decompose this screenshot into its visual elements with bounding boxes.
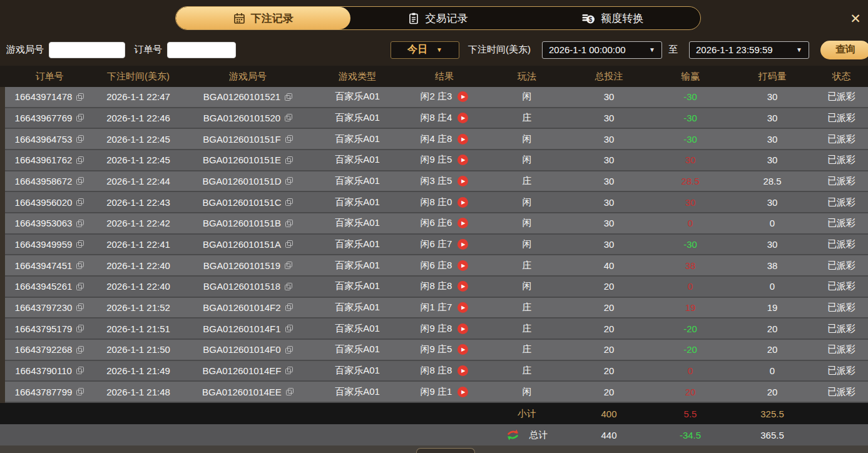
status-badge: 已派彩 bbox=[815, 196, 868, 208]
win-amount: 38 bbox=[651, 260, 730, 271]
tab-transaction-records[interactable]: 交易记录 bbox=[350, 7, 525, 29]
turnover: 20 bbox=[730, 387, 815, 397]
status-badge: 已派彩 bbox=[815, 280, 868, 292]
win-amount: 30 bbox=[651, 155, 730, 165]
play-icon[interactable]: ▶ bbox=[457, 134, 468, 145]
copy-icon[interactable] bbox=[286, 388, 294, 395]
game-round: BGA0126010151F bbox=[203, 134, 280, 145]
copy-icon[interactable] bbox=[285, 135, 293, 143]
copy-icon[interactable] bbox=[76, 325, 84, 332]
play-icon[interactable]: ▶ bbox=[457, 239, 468, 250]
play-icon[interactable]: ▶ bbox=[457, 260, 468, 271]
play-icon[interactable]: ▶ bbox=[457, 176, 468, 186]
copy-icon[interactable] bbox=[76, 198, 84, 206]
copy-icon[interactable] bbox=[285, 220, 293, 227]
header-turnover: 打码量 bbox=[730, 71, 815, 83]
close-icon[interactable]: ✕ bbox=[848, 11, 863, 26]
copy-icon[interactable] bbox=[76, 240, 84, 248]
total-bet: 20 bbox=[567, 281, 651, 292]
game-type: 百家乐A01 bbox=[313, 175, 402, 187]
play-type: 闲 bbox=[487, 238, 567, 250]
chevron-down-icon: ▼ bbox=[436, 46, 442, 53]
copy-icon[interactable] bbox=[76, 367, 84, 374]
subtotal-bet: 400 bbox=[567, 409, 651, 419]
chevron-down-icon: ▼ bbox=[796, 46, 802, 53]
copy-icon[interactable] bbox=[285, 325, 293, 332]
time-to-select[interactable]: 2026-1-1 23:59:59 ▼ bbox=[689, 41, 809, 59]
play-icon[interactable]: ▶ bbox=[457, 91, 468, 102]
copy-icon[interactable] bbox=[285, 198, 293, 206]
bet-time: 2026-1-1 21:49 bbox=[94, 365, 183, 376]
copy-icon[interactable] bbox=[76, 156, 84, 164]
game-type: 百家乐A01 bbox=[313, 196, 402, 208]
turnover: 20 bbox=[730, 344, 815, 355]
copy-icon[interactable] bbox=[285, 367, 293, 374]
result-text: 闲9 庄5 bbox=[421, 154, 452, 166]
copy-icon[interactable] bbox=[76, 346, 84, 354]
play-icon[interactable]: ▶ bbox=[457, 387, 468, 397]
copy-icon[interactable] bbox=[76, 135, 84, 143]
play-type: 庄 bbox=[487, 112, 567, 124]
to-label: 至 bbox=[668, 44, 678, 56]
game-type: 百家乐A01 bbox=[313, 238, 402, 250]
copy-icon[interactable] bbox=[76, 262, 84, 269]
game-type: 百家乐A01 bbox=[313, 344, 402, 355]
tab-bet-records[interactable]: 下注记录 bbox=[176, 7, 350, 29]
turnover: 19 bbox=[730, 302, 815, 313]
bet-time-label: 下注时间(美东) bbox=[468, 44, 531, 56]
copy-icon[interactable] bbox=[285, 240, 293, 248]
copy-icon[interactable] bbox=[285, 93, 292, 101]
game-round-input[interactable] bbox=[49, 42, 125, 58]
play-icon[interactable]: ▶ bbox=[457, 302, 468, 313]
play-icon[interactable]: ▶ bbox=[457, 344, 468, 355]
copy-icon[interactable] bbox=[285, 114, 292, 121]
play-icon[interactable]: ▶ bbox=[457, 323, 468, 334]
win-amount: -30 bbox=[651, 113, 730, 123]
table-row: 16643953063 2026-1-1 22:42 BGA0126010151… bbox=[5, 213, 868, 235]
order-no-input[interactable] bbox=[167, 42, 236, 58]
play-icon[interactable]: ▶ bbox=[457, 155, 468, 165]
bet-time: 2026-1-1 21:51 bbox=[94, 323, 183, 334]
win-amount: -20 bbox=[651, 344, 730, 355]
win-amount: 0 bbox=[651, 218, 730, 228]
copy-icon[interactable] bbox=[76, 388, 84, 395]
copy-icon[interactable] bbox=[285, 156, 293, 164]
game-type: 百家乐A01 bbox=[313, 154, 402, 166]
copy-icon[interactable] bbox=[76, 220, 84, 227]
game-type: 百家乐A01 bbox=[313, 260, 402, 272]
copy-icon[interactable] bbox=[285, 346, 293, 354]
status-badge: 已派彩 bbox=[815, 154, 868, 166]
play-icon[interactable]: ▶ bbox=[457, 281, 468, 292]
win-amount: 0 bbox=[651, 365, 730, 376]
time-from-select[interactable]: 2026-1-1 00:00:00 ▼ bbox=[542, 41, 662, 59]
copy-icon[interactable] bbox=[76, 177, 84, 185]
copy-icon[interactable] bbox=[76, 114, 84, 121]
copy-icon[interactable] bbox=[76, 283, 84, 290]
table-row: 16643961762 2026-1-1 22:45 BGA0126010151… bbox=[5, 150, 868, 171]
copy-icon[interactable] bbox=[285, 262, 292, 269]
copy-icon[interactable] bbox=[76, 93, 84, 101]
date-preset-select[interactable]: 今日 ▼ bbox=[391, 41, 459, 59]
table-row: 16643787799 2026-1-1 21:48 BGA012601014E… bbox=[5, 382, 868, 403]
header-time: 下注时间(美东) bbox=[94, 71, 183, 83]
copy-icon[interactable] bbox=[285, 303, 293, 311]
play-icon[interactable]: ▶ bbox=[457, 218, 468, 228]
refresh-exchange-icon[interactable] bbox=[506, 429, 519, 441]
play-icon[interactable]: ▶ bbox=[457, 113, 468, 123]
win-amount: -20 bbox=[651, 323, 730, 334]
tab-quota-transfer[interactable]: $ 额度转换 bbox=[526, 7, 700, 29]
play-type: 闲 bbox=[487, 133, 567, 145]
betting-records-window: 下注记录 交易记录 bbox=[0, 0, 868, 453]
game-round-label: 游戏局号 bbox=[6, 44, 44, 56]
game-type: 百家乐A01 bbox=[313, 365, 402, 377]
copy-icon[interactable] bbox=[285, 283, 292, 290]
result-text: 闲8 庄0 bbox=[421, 196, 452, 208]
copy-icon[interactable] bbox=[76, 303, 84, 311]
collapsed-bottom-button[interactable] bbox=[416, 448, 475, 453]
search-button[interactable]: 查询 bbox=[820, 41, 868, 59]
play-icon[interactable]: ▶ bbox=[457, 365, 468, 376]
bet-time: 2026-1-1 22:41 bbox=[94, 239, 183, 250]
turnover: 30 bbox=[730, 197, 815, 208]
copy-icon[interactable] bbox=[285, 177, 293, 185]
play-icon[interactable]: ▶ bbox=[457, 197, 468, 208]
